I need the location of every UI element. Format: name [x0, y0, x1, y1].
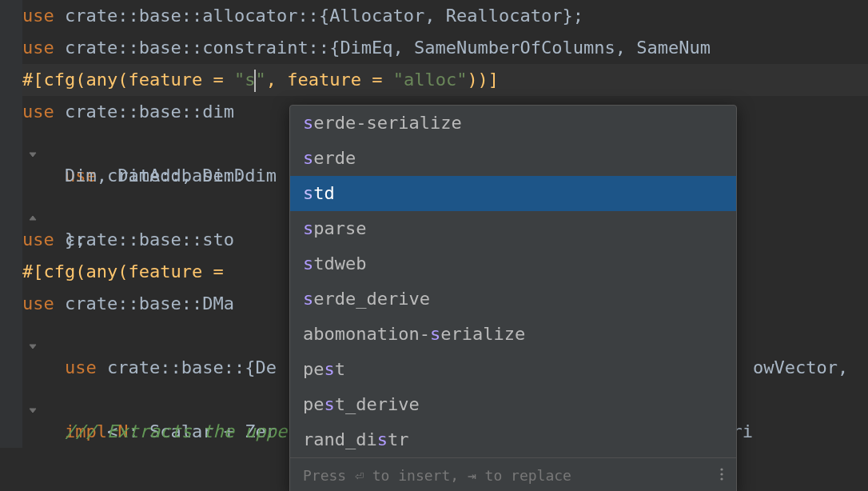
- autocomplete-item[interactable]: serde_derive: [290, 281, 736, 317]
- autocomplete-popup[interactable]: serde-serializeserdestdsparsestdwebserde…: [289, 105, 737, 491]
- autocomplete-hint: Press ⏎ to insert, ⇥ to replace: [303, 467, 571, 484]
- svg-point-1: [720, 473, 723, 475]
- autocomplete-item[interactable]: sparse: [290, 211, 736, 246]
- code-line[interactable]: use crate::base::allocator::{Allocator, …: [22, 0, 868, 32]
- autocomplete-item[interactable]: pest_derive: [290, 387, 736, 422]
- keyword-use: use: [22, 6, 65, 26]
- autocomplete-item[interactable]: pest: [290, 352, 736, 387]
- autocomplete-item[interactable]: serde-serialize: [290, 106, 736, 141]
- svg-point-2: [720, 477, 723, 480]
- keyword-use: use: [22, 38, 65, 58]
- autocomplete-list: serde-serializeserdestdsparsestdwebserde…: [290, 106, 736, 457]
- code-line[interactable]: use crate::base::constraint::{DimEq, Sam…: [22, 32, 868, 64]
- autocomplete-item[interactable]: std: [290, 176, 736, 211]
- fold-open-icon[interactable]: [27, 138, 38, 150]
- kebab-menu-icon[interactable]: [720, 465, 723, 487]
- autocomplete-item[interactable]: serde: [290, 141, 736, 176]
- code-line-active[interactable]: #[cfg(any(feature = "s", feature = "allo…: [22, 64, 868, 96]
- gutter: [0, 0, 22, 448]
- autocomplete-item[interactable]: rand_distr: [290, 422, 736, 457]
- fold-open-icon[interactable]: [27, 330, 38, 341]
- cfg-attribute: #: [22, 70, 33, 90]
- autocomplete-item[interactable]: stdweb: [290, 246, 736, 281]
- module-path: crate::base::allocator::: [65, 6, 319, 26]
- svg-point-0: [720, 468, 723, 470]
- autocomplete-footer: Press ⏎ to insert, ⇥ to replace: [290, 457, 736, 491]
- fold-open-icon[interactable]: [27, 394, 38, 405]
- autocomplete-item[interactable]: abomonation-serialize: [290, 317, 736, 352]
- fold-close-icon[interactable]: [27, 202, 38, 214]
